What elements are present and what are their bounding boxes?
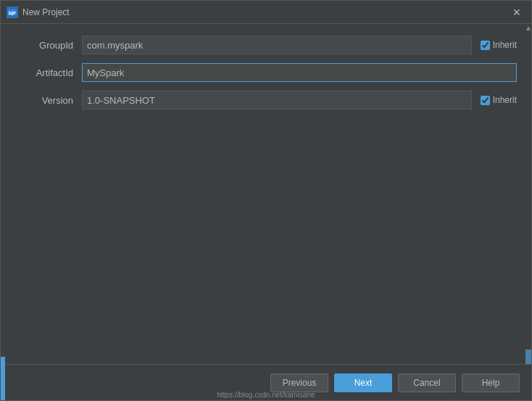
version-inherit: Inherit [481,95,517,105]
groupid-input[interactable] [82,36,472,54]
dialog-title: New Project [22,7,508,17]
cancel-button[interactable]: Cancel [398,373,456,392]
artifactid-input[interactable] [82,63,517,82]
scroll-up-arrow[interactable]: ▲ [525,24,532,33]
version-input[interactable] [82,91,472,109]
title-bar: NP New Project ✕ [1,1,531,24]
svg-text:NP: NP [9,11,16,16]
version-label: Version [15,95,73,106]
version-row: Version Inherit [15,91,517,109]
groupid-inherit-checkbox[interactable] [481,41,490,50]
groupid-inherit: Inherit [481,40,517,50]
new-project-icon: NP [7,7,18,18]
new-project-dialog: NP New Project ✕ GroupId Inherit Artifac… [0,0,532,401]
groupid-inherit-label: Inherit [493,40,517,50]
form-content: GroupId Inherit ArtifactId Version Inher… [1,24,531,364]
version-inherit-checkbox[interactable] [481,96,490,105]
version-inherit-label: Inherit [493,95,517,105]
next-button[interactable]: Next [334,373,392,392]
groupid-label: GroupId [15,40,73,51]
previous-button[interactable]: Previous [270,373,328,392]
bottom-bar: Previous Next Cancel Help https://blog.c… [1,364,531,400]
groupid-row: GroupId Inherit [15,36,517,54]
url-hint: https://blog.csdn.net/kamisane [1,391,531,399]
right-accent [525,350,531,364]
close-button[interactable]: ✕ [508,4,525,21]
artifactid-label: ArtifactId [15,67,73,78]
left-accent [1,357,5,400]
artifactid-row: ArtifactId [15,63,517,82]
help-button[interactable]: Help [462,373,520,392]
scrollbar: ▲ [525,24,531,364]
